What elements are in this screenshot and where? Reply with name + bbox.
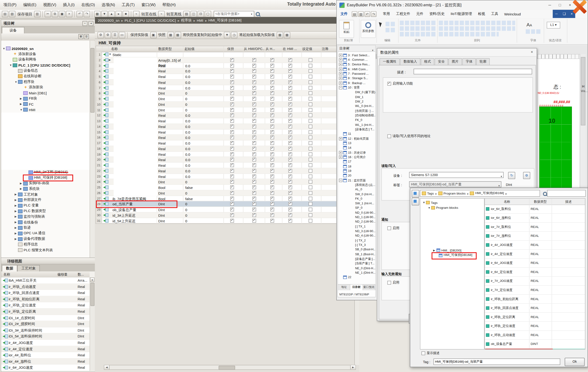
in-hmi-checkbox[interactable]: [288, 158, 292, 162]
timer-icon[interactable]: ◷: [231, 32, 237, 38]
widget-icons[interactable]: [400, 32, 436, 36]
expander-icon[interactable]: ▶: [15, 238, 18, 241]
eb-tree-item[interactable]: SB_1 (Bool-H...: [338, 252, 376, 257]
start-value[interactable]: false: [185, 185, 221, 190]
eb-tree-item[interactable]: + 16 : 公司简介: [338, 155, 376, 160]
expander-icon[interactable]: [346, 271, 349, 274]
expander-icon[interactable]: [346, 91, 349, 94]
project-tree-item[interactable]: ▶ FB块: [1, 96, 90, 101]
hmi-opc-checkbox[interactable]: [252, 147, 256, 150]
tag-tree-item[interactable]: ▶ HMI_ [DB200]: [420, 248, 484, 253]
detail-table-row[interactable]: ir_环轨_定位距离 Real: [1, 308, 90, 315]
eb-tree-item[interactable]: [:] TX_1: [338, 224, 376, 229]
system-parameters-button[interactable]: 系统参数: [361, 20, 376, 38]
start-value[interactable]: 0.0: [185, 163, 221, 168]
tag-select[interactable]: HMI_可保持[DB168]-od_当班产量: [409, 181, 501, 187]
eb-tree-item[interactable]: [当班产量:] T...: [338, 261, 376, 266]
tia-menu-item[interactable]: 窗口(W): [138, 0, 159, 10]
from-hmi-checkbox[interactable]: [270, 202, 274, 206]
close-button[interactable]: ×: [565, 1, 575, 9]
from-hmi-checkbox[interactable]: [270, 147, 274, 150]
mdi-close-icon[interactable]: ×: [571, 12, 573, 16]
db-column-header[interactable]: 从 HMI/OPC...: [244, 46, 265, 51]
expander-icon[interactable]: [346, 128, 349, 131]
data-type[interactable]: DInt: [158, 108, 182, 113]
expander-icon[interactable]: [339, 132, 342, 135]
retain-checkbox[interactable]: [230, 80, 234, 84]
project-tree-item[interactable]: 在线和诊断: [1, 74, 90, 79]
tag-table-row[interactable]: od_当班产量 DINT: [485, 349, 585, 350]
hmi-opc-checkbox[interactable]: [252, 119, 256, 123]
eb-ribbon-tab[interactable]: 常用: [380, 10, 393, 18]
from-hmi-checkbox[interactable]: [270, 163, 274, 167]
retain-checkbox[interactable]: [230, 219, 234, 222]
select-cursor-icon[interactable]: [379, 22, 383, 27]
go-offline-button[interactable]: 转至离线: [167, 11, 181, 17]
retain-checkbox[interactable]: [230, 169, 234, 173]
save-icon[interactable]: ▤: [352, 11, 357, 17]
from-hmi-checkbox[interactable]: [270, 175, 274, 178]
db-table-row[interactable]: 30 id_3#上升延迟 DInt 0: [96, 212, 356, 218]
breadcrumb-segment[interactable]: HMI_可保持 [DB168]: [209, 18, 243, 23]
eb-tree-item[interactable]: + 7 : Password ...: [338, 71, 376, 76]
notification-enable-checkbox[interactable]: [388, 226, 391, 230]
from-hmi-checkbox[interactable]: [270, 75, 274, 78]
tag-tree-item[interactable]: [420, 210, 484, 248]
tag-tree-item[interactable]: ▼ Program blocks: [420, 205, 484, 210]
expander-icon[interactable]: ▶: [15, 226, 18, 229]
detail-scrollbar[interactable]: ▲: [90, 277, 94, 371]
breadcrumb-segment[interactable]: Tags: [422, 191, 437, 195]
data-type[interactable]: DInt: [158, 207, 182, 212]
project-tree-item[interactable]: ▶ 外部源文件: [1, 197, 90, 203]
retain-checkbox[interactable]: [230, 86, 234, 89]
setpoint-checkbox[interactable]: [309, 175, 312, 178]
eb-tree-item[interactable]: ND_4 (LW-90...: [338, 233, 376, 238]
detail-table-row[interactable]: ir_环轨_点动速度 Real: [1, 284, 90, 290]
tag-table-row[interactable]: ior_7#_放料位 REAL: [485, 232, 585, 241]
expander-icon[interactable]: ▶: [15, 221, 18, 224]
expander-icon[interactable]: ▶: [20, 182, 23, 185]
device-settings-icon[interactable]: ↻: [508, 172, 515, 179]
detail-table-row[interactable]: ior_4#_取料位 Real: [1, 352, 90, 359]
dock-icon[interactable]: ▪: [83, 21, 87, 26]
setpoint-checkbox[interactable]: [309, 191, 312, 195]
data-type[interactable]: Real: [158, 74, 182, 79]
refresh-icon[interactable]: [412, 198, 419, 205]
setpoint-checkbox[interactable]: [309, 213, 312, 217]
eb-tree-item[interactable]: − 21 : 监控页面: [338, 178, 376, 183]
expander-icon[interactable]: +: [339, 63, 342, 66]
detail-table-row[interactable]: ir_4#_JOG速度 Real: [1, 340, 90, 346]
expander-icon[interactable]: ▶: [20, 102, 23, 106]
start-value[interactable]: 0.0: [185, 152, 221, 157]
download-icon[interactable]: ▼: [101, 11, 107, 17]
tia-menu-item[interactable]: 帮助(H): [159, 0, 179, 10]
retain-checkbox[interactable]: [230, 152, 234, 156]
ok-button[interactable]: Ok: [565, 358, 585, 366]
variable-name[interactable]: id_5#上升延迟: [112, 218, 157, 223]
close-icon[interactable]: ×: [529, 50, 535, 55]
eb-tree-item[interactable]: ND_1 (LW-90...: [338, 215, 376, 219]
expander-icon[interactable]: [339, 146, 342, 149]
eb-tree-item[interactable]: SW_0 (Int-H...: [338, 192, 376, 197]
copy-snapshot-icon[interactable]: ▦: [168, 32, 174, 38]
expander-icon[interactable]: [346, 220, 349, 223]
setpoint-checkbox[interactable]: [309, 91, 312, 95]
maximize-button[interactable]: □: [555, 1, 565, 9]
cut-icon[interactable]: ✂: [44, 11, 51, 17]
insert-row-icon[interactable]: ⚙: [97, 32, 104, 38]
eb-tree-item[interactable]: SW_1 (Int-H...: [338, 201, 376, 206]
data-type[interactable]: Bool: [158, 185, 182, 190]
expander-icon[interactable]: [346, 118, 349, 122]
eb-tree-item[interactable]: + 4 : Common ...: [338, 58, 376, 62]
copy-snapshot-icon2[interactable]: ▦: [174, 32, 181, 38]
eb-tree-item[interactable]: AL_0: [338, 187, 376, 192]
edit-icons[interactable]: [386, 22, 396, 26]
in-hmi-checkbox[interactable]: [288, 191, 292, 195]
from-hmi-checkbox[interactable]: [270, 64, 274, 67]
in-hmi-checkbox[interactable]: [288, 91, 292, 95]
tia-menu-item[interactable]: 编辑(E): [20, 0, 40, 10]
scrollbar-thumb[interactable]: [90, 283, 94, 306]
canvas-text-state[interactable]: 态 :: [554, 84, 561, 91]
tag-table-row[interactable]: ir_6#_JOG速度 REAL: [485, 259, 585, 268]
edit-icons[interactable]: [386, 28, 396, 32]
